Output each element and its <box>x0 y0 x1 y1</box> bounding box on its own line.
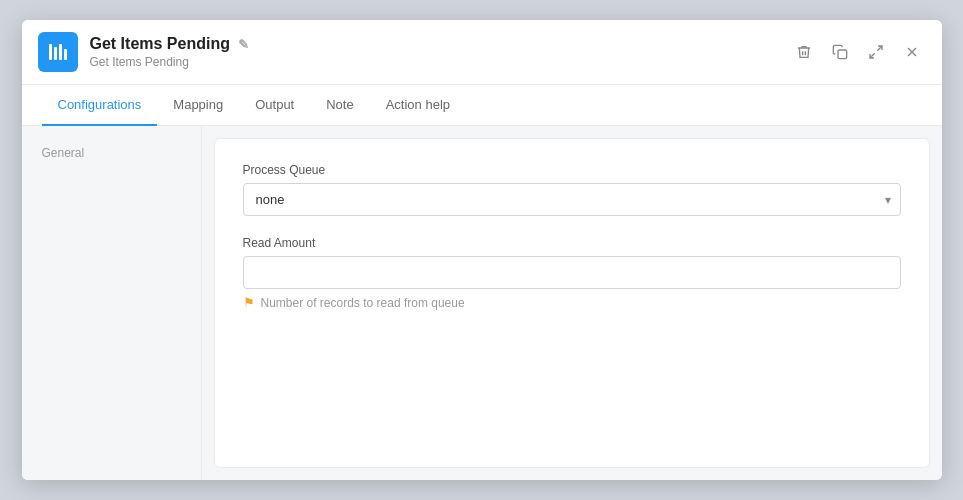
info-icon: ⚑ <box>243 295 255 310</box>
sidebar-general-label: General <box>34 142 189 164</box>
edit-icon[interactable]: ✎ <box>238 37 249 52</box>
tab-mapping[interactable]: Mapping <box>157 85 239 126</box>
svg-line-6 <box>870 53 875 58</box>
title-group: Get Items Pending ✎ Get Items Pending <box>90 35 778 69</box>
process-queue-select[interactable]: none Queue 1 Queue 2 Queue 3 <box>243 183 901 216</box>
tabs-bar: Configurations Mapping Output Note Actio… <box>22 85 942 126</box>
svg-rect-0 <box>49 44 52 60</box>
svg-rect-3 <box>64 49 67 60</box>
main-content: Process Queue none Queue 1 Queue 2 Queue… <box>214 138 930 468</box>
read-amount-field: Read Amount ⚑ Number of records to read … <box>243 236 901 310</box>
read-amount-label: Read Amount <box>243 236 901 250</box>
svg-rect-4 <box>838 50 847 59</box>
workflow-icon <box>38 32 78 72</box>
read-amount-input[interactable] <box>243 256 901 289</box>
svg-line-5 <box>877 46 882 51</box>
dialog-body: General Process Queue none Queue 1 Queue… <box>22 126 942 480</box>
duplicate-button[interactable] <box>826 38 854 66</box>
tab-action-help[interactable]: Action help <box>370 85 466 126</box>
tab-note[interactable]: Note <box>310 85 369 126</box>
process-queue-wrapper: none Queue 1 Queue 2 Queue 3 ▾ <box>243 183 901 216</box>
dialog-title: Get Items Pending ✎ <box>90 35 778 53</box>
svg-rect-1 <box>54 47 57 60</box>
title-text: Get Items Pending <box>90 35 230 53</box>
dialog-subtitle: Get Items Pending <box>90 55 778 69</box>
process-queue-label: Process Queue <box>243 163 901 177</box>
delete-button[interactable] <box>790 38 818 66</box>
expand-button[interactable] <box>862 38 890 66</box>
svg-rect-2 <box>59 44 62 60</box>
sidebar: General <box>22 126 202 480</box>
close-button[interactable] <box>898 38 926 66</box>
dialog-header: Get Items Pending ✎ Get Items Pending <box>22 20 942 85</box>
read-amount-hint: ⚑ Number of records to read from queue <box>243 295 901 310</box>
dialog: Get Items Pending ✎ Get Items Pending Co… <box>22 20 942 480</box>
process-queue-field: Process Queue none Queue 1 Queue 2 Queue… <box>243 163 901 216</box>
hint-text: Number of records to read from queue <box>261 296 465 310</box>
dialog-actions <box>790 38 926 66</box>
tab-configurations[interactable]: Configurations <box>42 85 158 126</box>
tab-output[interactable]: Output <box>239 85 310 126</box>
